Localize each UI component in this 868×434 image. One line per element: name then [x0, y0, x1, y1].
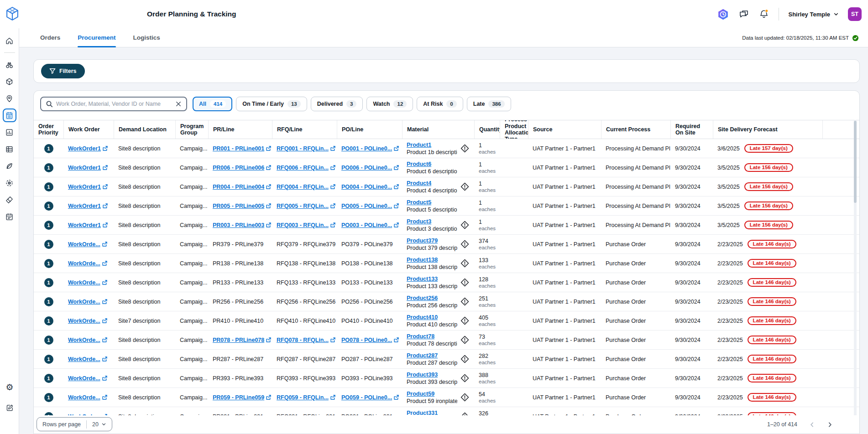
- po-line-link[interactable]: PO287 - POLine287: [341, 356, 393, 362]
- work-order-link[interactable]: WorkOrde...: [68, 356, 108, 362]
- column-header-program-group[interactable]: Program Group: [175, 120, 208, 139]
- table-scrollbar[interactable]: [854, 120, 857, 434]
- rfq-line-link[interactable]: RFQ006 - RFQLin...: [277, 165, 336, 171]
- sidebar-item-sustainability[interactable]: [3, 159, 16, 173]
- rfq-line-link[interactable]: RFQ287 - RFQLine287: [277, 356, 335, 362]
- column-header-pr-line[interactable]: PR/Line: [208, 120, 272, 139]
- sidebar-item-settings[interactable]: ⚙: [3, 380, 16, 394]
- column-header-required-on-site[interactable]: Required On Site: [670, 120, 713, 139]
- table-row[interactable]: 1 WorkOrde... Site8 description Campaig.…: [34, 388, 859, 407]
- clear-search-icon[interactable]: [175, 101, 182, 107]
- pr-line-link[interactable]: PR059 - PRLine059: [213, 394, 272, 401]
- app-hexagon-clock-icon[interactable]: [717, 8, 729, 21]
- column-header-quantity[interactable]: Quantity/: [474, 120, 500, 139]
- filter-chip[interactable]: At Risk 0: [417, 97, 463, 111]
- rfq-line-link[interactable]: RFQ138 - RFQLine138: [277, 260, 335, 267]
- table-row[interactable]: 1 WorkOrde... Site8 description Campaig.…: [34, 331, 859, 350]
- column-header-process-product-allocation-type[interactable]: Process Product Allocation Type: [500, 120, 528, 139]
- rows-per-page-select[interactable]: Rows per page 20: [37, 417, 112, 431]
- table-row[interactable]: 1 WorkOrder1 Site8 description Campaig..…: [34, 216, 859, 235]
- filter-chip[interactable]: All 414: [193, 97, 232, 111]
- rfq-line-link[interactable]: RFQ001 - RFQLin...: [277, 145, 336, 152]
- sidebar-item-feedback[interactable]: [3, 401, 16, 414]
- po-line-link[interactable]: PO003 - POLine0...: [341, 222, 399, 228]
- po-line-link[interactable]: PO256 - POLine256: [341, 299, 393, 305]
- material-link[interactable]: Product59: [407, 391, 457, 397]
- pr-line-link[interactable]: PR138 - PRLine138: [213, 260, 263, 267]
- work-order-link[interactable]: WorkOrder1: [68, 184, 108, 190]
- work-order-link[interactable]: WorkOrde...: [68, 279, 108, 286]
- pr-line-link[interactable]: PR393 - PRLine393: [213, 375, 263, 382]
- work-order-link[interactable]: WorkOrder1: [68, 145, 108, 152]
- column-header-po-line[interactable]: PO/Line: [337, 120, 402, 139]
- work-order-link[interactable]: WorkOrde...: [68, 241, 108, 248]
- material-link[interactable]: Product1: [407, 142, 457, 148]
- po-line-link[interactable]: PO001 - POLine0...: [341, 145, 399, 152]
- material-link[interactable]: Product5: [407, 199, 457, 206]
- po-line-link[interactable]: PO004 - POLine0...: [341, 184, 399, 190]
- rfq-line-link[interactable]: RFQ410 - RFQLine410: [277, 318, 335, 324]
- table-row[interactable]: 1 WorkOrde... Site8 description Campaig.…: [34, 254, 859, 273]
- notifications-bell-icon[interactable]: [758, 9, 769, 20]
- work-order-link[interactable]: WorkOrder1: [68, 203, 108, 209]
- work-order-link[interactable]: WorkOrder1: [68, 165, 108, 171]
- material-link[interactable]: Product256: [407, 295, 457, 301]
- column-header-order-priority[interactable]: Order Priority: [34, 120, 63, 139]
- rfq-line-link[interactable]: RFQ078 - RFQLin...: [277, 337, 336, 343]
- pr-line-link[interactable]: PR005 - PRLine005: [213, 203, 272, 209]
- rfq-line-link[interactable]: RFQ379 - RFQLine379: [277, 241, 335, 248]
- pr-line-link[interactable]: PR004 - PRLine004: [213, 184, 272, 190]
- po-line-link[interactable]: PO005 - POLine0...: [341, 203, 399, 209]
- filter-chip[interactable]: Delivered 3: [311, 97, 363, 111]
- column-header-current-process[interactable]: Current Process: [601, 120, 670, 139]
- rfq-line-link[interactable]: RFQ059 - RFQLin...: [277, 394, 336, 401]
- material-link[interactable]: Product410: [407, 314, 457, 320]
- previous-page-button[interactable]: [809, 422, 815, 428]
- pr-line-link[interactable]: PR133 - PRLine133: [213, 279, 263, 286]
- pr-line-link[interactable]: PR410 - PRLine410: [213, 318, 263, 324]
- sidebar-item-locations[interactable]: [3, 92, 16, 105]
- tab-procurement[interactable]: Procurement: [78, 28, 115, 47]
- column-header-site-delivery-forecast[interactable]: Site Delivery Forecast: [713, 120, 822, 139]
- table-row[interactable]: 1 WorkOrde... Site8 description Campaig.…: [34, 273, 859, 292]
- material-link[interactable]: Product379: [407, 238, 457, 244]
- work-order-link[interactable]: WorkOrde...: [68, 260, 108, 267]
- column-header-work-order[interactable]: Work Order: [63, 120, 114, 139]
- rfq-line-link[interactable]: RFQ004 - RFQLin...: [277, 184, 336, 190]
- po-line-link[interactable]: PO410 - POLine410: [341, 318, 393, 324]
- pr-line-link[interactable]: PR287 - PRLine287: [213, 356, 263, 362]
- sidebar-item-metrics[interactable]: [3, 125, 16, 139]
- rfq-line-link[interactable]: RFQ393 - RFQLine393: [277, 375, 335, 382]
- pr-line-link[interactable]: PR006 - PRLine006: [213, 165, 272, 171]
- material-link[interactable]: Product138: [407, 257, 457, 263]
- column-header-rfq-line[interactable]: RFQ/Line: [272, 120, 337, 139]
- table-row[interactable]: 1 WorkOrde... Site8 description Campaig.…: [34, 235, 859, 254]
- column-header-source[interactable]: Source: [528, 120, 601, 139]
- table-row[interactable]: 1 WorkOrder1 Site8 description Campaig..…: [34, 196, 859, 216]
- sidebar-item-home[interactable]: [3, 34, 16, 47]
- sidebar-item-layers[interactable]: [3, 193, 16, 207]
- work-order-link[interactable]: WorkOrder1: [68, 222, 108, 228]
- pr-line-link[interactable]: PR001 - PRLine001: [213, 145, 272, 152]
- work-order-link[interactable]: WorkOrde...: [68, 394, 108, 401]
- table-row[interactable]: 1 WorkOrde... Site7 description Campaig.…: [34, 311, 859, 331]
- table-row[interactable]: 1 WorkOrder1 Site8 description Campaig..…: [34, 158, 859, 177]
- material-link[interactable]: Product133: [407, 276, 457, 282]
- filter-chip[interactable]: On Time / Early 13: [236, 97, 307, 111]
- material-link[interactable]: Product78: [407, 333, 457, 340]
- chat-icon[interactable]: [738, 9, 749, 20]
- user-menu[interactable]: Shirley Temple: [788, 11, 839, 18]
- material-link[interactable]: Product4: [407, 180, 457, 186]
- search-input[interactable]: [56, 101, 172, 107]
- column-header-demand-location[interactable]: Demand Location: [114, 120, 175, 139]
- po-line-link[interactable]: PO138 - POLine138: [341, 260, 393, 267]
- tab-orders[interactable]: Orders: [40, 28, 60, 47]
- sidebar-item-orders[interactable]: [3, 108, 16, 122]
- material-link[interactable]: Product393: [407, 372, 457, 378]
- table-row[interactable]: 1 WorkOrder1 Site8 description Campaig..…: [34, 139, 859, 158]
- filters-button[interactable]: Filters: [41, 64, 85, 78]
- po-line-link[interactable]: PO078 - POLine0...: [341, 337, 399, 343]
- po-line-link[interactable]: PO059 - POLine0...: [341, 394, 399, 401]
- sidebar-item-list[interactable]: [3, 142, 16, 156]
- sidebar-item-search[interactable]: [3, 58, 16, 72]
